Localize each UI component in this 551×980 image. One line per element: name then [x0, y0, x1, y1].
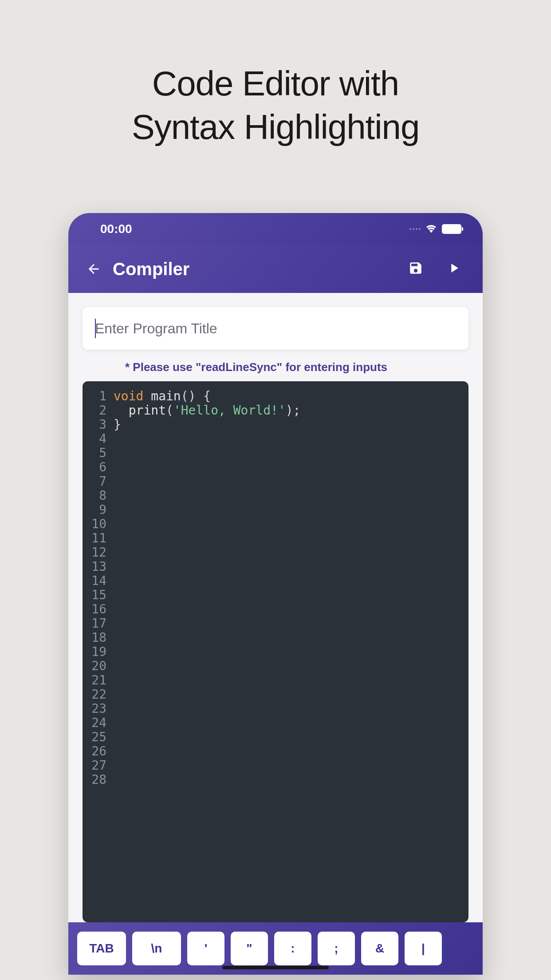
arrow-left-icon: [86, 261, 101, 277]
line-number: 7: [83, 474, 106, 489]
shortcut-key-n[interactable]: \n: [132, 932, 181, 965]
hint-text: * Please use "readLineSync" for entering…: [125, 360, 468, 374]
line-number: 1: [83, 389, 106, 403]
code-line[interactable]: [114, 531, 468, 545]
code-line[interactable]: [114, 645, 468, 659]
line-number: 10: [83, 517, 106, 531]
line-number: 26: [83, 744, 106, 759]
code-line[interactable]: [114, 744, 468, 759]
line-number: 17: [83, 616, 106, 631]
code-line[interactable]: [114, 588, 468, 602]
code-line[interactable]: [114, 446, 468, 460]
promo-title-line1: Code Editor with: [0, 62, 551, 106]
code-line[interactable]: [114, 474, 468, 489]
code-line[interactable]: void main() {: [114, 389, 468, 403]
code-line[interactable]: [114, 773, 468, 787]
play-icon: [446, 261, 461, 276]
promo-title-line2: Syntax Highlighting: [0, 106, 551, 149]
line-number: 3: [83, 418, 106, 432]
code-line[interactable]: [114, 702, 468, 716]
line-number: 15: [83, 588, 106, 602]
shortcut-key-[interactable]: ': [187, 932, 224, 965]
shortcut-key-[interactable]: ;: [318, 932, 355, 965]
line-number: 25: [83, 730, 106, 744]
code-line[interactable]: [114, 616, 468, 631]
line-number: 21: [83, 673, 106, 688]
code-line[interactable]: [114, 688, 468, 702]
code-line[interactable]: [114, 659, 468, 673]
line-number: 13: [83, 560, 106, 574]
code-line[interactable]: }: [114, 418, 468, 432]
line-number: 9: [83, 503, 106, 517]
code-line[interactable]: print('Hello, World!');: [114, 403, 468, 418]
promo-title: Code Editor with Syntax Highlighting: [0, 62, 551, 149]
line-numbers: 1234567891011121314151617181920212223242…: [83, 389, 114, 914]
line-number: 28: [83, 773, 106, 787]
code-line[interactable]: [114, 631, 468, 645]
code-line[interactable]: [114, 432, 468, 446]
line-number: 27: [83, 759, 106, 773]
nav-title: Compiler: [113, 259, 408, 279]
line-number: 19: [83, 645, 106, 659]
status-icons: [409, 223, 461, 235]
device-frame: 00:00 Compiler * Please use "readL: [68, 213, 483, 975]
status-bar: 00:00: [68, 213, 483, 245]
home-indicator: [222, 966, 329, 969]
nav-actions: [408, 261, 465, 277]
line-number: 2: [83, 403, 106, 418]
code-line[interactable]: [114, 545, 468, 560]
run-button[interactable]: [446, 261, 461, 277]
status-time: 00:00: [100, 222, 132, 236]
battery-icon: [442, 224, 461, 234]
back-button[interactable]: [86, 261, 101, 277]
code-editor[interactable]: 1234567891011121314151617181920212223242…: [83, 381, 468, 922]
shortcut-key-[interactable]: ": [231, 932, 268, 965]
code-line[interactable]: [114, 716, 468, 730]
cellular-icon: [409, 228, 421, 230]
line-number: 14: [83, 574, 106, 588]
code-line[interactable]: [114, 489, 468, 503]
code-line[interactable]: [114, 460, 468, 474]
line-number: 4: [83, 432, 106, 446]
program-title-input[interactable]: [95, 320, 456, 337]
code-line[interactable]: [114, 730, 468, 744]
line-number: 6: [83, 460, 106, 474]
code-line[interactable]: [114, 759, 468, 773]
code-line[interactable]: [114, 503, 468, 517]
code-line[interactable]: [114, 602, 468, 616]
code-line[interactable]: [114, 574, 468, 588]
text-cursor: [95, 319, 96, 338]
save-button[interactable]: [408, 261, 423, 277]
line-number: 18: [83, 631, 106, 645]
nav-bar: Compiler: [68, 245, 483, 293]
shortcut-key-[interactable]: |: [405, 932, 442, 965]
code-line[interactable]: [114, 517, 468, 531]
code-content[interactable]: void main() { print('Hello, World!');}: [114, 389, 468, 914]
line-number: 16: [83, 602, 106, 616]
line-number: 11: [83, 531, 106, 545]
line-number: 22: [83, 688, 106, 702]
wifi-icon: [425, 223, 437, 235]
content-area: * Please use "readLineSync" for entering…: [68, 293, 483, 922]
save-icon: [408, 261, 423, 276]
title-input-wrapper[interactable]: [83, 307, 468, 350]
line-number: 8: [83, 489, 106, 503]
shortcut-key-[interactable]: &: [361, 932, 398, 965]
shortcut-key-[interactable]: :: [274, 932, 311, 965]
line-number: 24: [83, 716, 106, 730]
shortcut-key-TAB[interactable]: TAB: [77, 932, 126, 965]
code-line[interactable]: [114, 673, 468, 688]
line-number: 23: [83, 702, 106, 716]
code-line[interactable]: [114, 560, 468, 574]
line-number: 12: [83, 545, 106, 560]
line-number: 5: [83, 446, 106, 460]
line-number: 20: [83, 659, 106, 673]
